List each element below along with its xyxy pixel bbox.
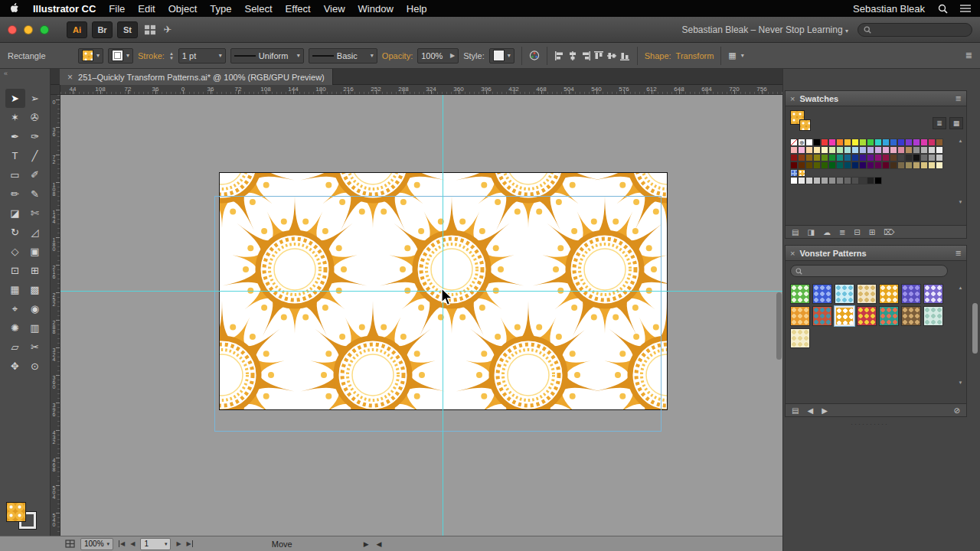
swatch[interactable] — [851, 139, 859, 146]
pattern-swatch-preview-small[interactable] — [799, 119, 811, 131]
swatch[interactable] — [821, 146, 828, 154]
vertical-ruler[interactable]: 0367210814418021625228832436039643246850… — [51, 95, 60, 536]
hand-tool[interactable]: ✥ — [5, 357, 25, 376]
swatch[interactable] — [844, 161, 851, 169]
fill-proxy[interactable] — [6, 502, 26, 522]
swatch[interactable] — [859, 154, 867, 161]
swatch[interactable] — [897, 146, 905, 154]
swatch[interactable] — [890, 139, 897, 146]
swatch[interactable] — [798, 146, 805, 154]
menu-edit[interactable]: Edit — [138, 3, 155, 15]
swatch[interactable] — [897, 139, 905, 146]
swatch[interactable] — [813, 139, 821, 146]
zoom-tool[interactable]: ⊙ — [25, 357, 45, 376]
spotlight-search-icon[interactable] — [937, 3, 948, 14]
menu-select[interactable]: Select — [244, 3, 272, 15]
swatch[interactable] — [790, 154, 798, 161]
close-panel-icon[interactable]: × — [790, 249, 795, 258]
pattern-swatch-red-triangles[interactable] — [857, 306, 877, 326]
app-name[interactable]: Illustrator CC — [33, 3, 96, 15]
swatch-none[interactable] — [790, 139, 798, 146]
swatch[interactable] — [874, 139, 882, 146]
first-artboard-icon[interactable]: ◀ — [119, 540, 125, 547]
lasso-tool[interactable]: ✇ — [25, 108, 45, 127]
panel-title[interactable]: Swatches — [799, 94, 838, 103]
pattern-swatch-orange-floral[interactable] — [790, 306, 810, 326]
badge-ai[interactable]: Ai — [67, 21, 87, 38]
opacity-combo[interactable]: 100% ▶ — [417, 48, 459, 64]
swatch[interactable] — [805, 161, 813, 169]
swatch[interactable] — [936, 146, 943, 154]
horizontal-ruler[interactable]: 4410872360367210814418021625228832436039… — [60, 85, 782, 95]
ruler-corner[interactable] — [51, 85, 60, 95]
swatch[interactable] — [874, 161, 882, 169]
swatch[interactable] — [798, 161, 805, 169]
menu-object[interactable]: Object — [168, 3, 198, 15]
close-window-button[interactable] — [8, 25, 17, 34]
swatch[interactable] — [828, 154, 836, 161]
scroll-down-icon[interactable]: ▼ — [959, 200, 963, 204]
swatch[interactable] — [859, 146, 867, 154]
mesh-tool[interactable]: ▦ — [5, 280, 25, 299]
swatch[interactable] — [859, 177, 867, 184]
swatch[interactable] — [813, 146, 821, 154]
break-link-icon[interactable]: ⊘ — [954, 406, 960, 415]
grid-view-icon[interactable]: ▦ — [949, 117, 963, 129]
swatch[interactable] — [836, 146, 844, 154]
stroke-weight-combo[interactable]: 1 pt ▾ — [178, 48, 226, 64]
swatch[interactable] — [867, 146, 874, 154]
swatch[interactable] — [813, 161, 821, 169]
swatch[interactable] — [882, 161, 890, 169]
panel-title[interactable]: Vonster Patterns — [799, 249, 866, 258]
libraries-icon[interactable]: ▤ — [792, 406, 799, 415]
opacity-label[interactable]: Opacity: — [382, 51, 413, 60]
list-view-icon[interactable]: ≣ — [933, 117, 946, 129]
swatch[interactable] — [805, 139, 813, 146]
zoom-window-button[interactable] — [40, 25, 49, 34]
share-icon[interactable]: ✈ — [162, 24, 173, 35]
stroke-weight-stepper[interactable]: ▲ ▼ — [169, 51, 174, 60]
blend-tool[interactable]: ◉ — [25, 299, 45, 318]
menubar-user-name[interactable]: Sebastian Bleak — [853, 3, 925, 15]
swatch[interactable] — [813, 154, 821, 161]
swatch[interactable] — [897, 154, 905, 161]
workspace-switcher[interactable]: Sebastian Bleak – Never Stop Learning ▾ — [682, 24, 849, 35]
swatch[interactable] — [936, 139, 943, 146]
document-tab[interactable]: × 251–Quickly Transform Patterns.ai* @ 1… — [60, 69, 333, 85]
swatch[interactable] — [913, 146, 920, 154]
swatch[interactable] — [821, 177, 828, 184]
swatch[interactable] — [821, 139, 828, 146]
swatch[interactable] — [844, 139, 851, 146]
minimize-window-button[interactable] — [24, 25, 33, 34]
selection-bounding-box[interactable] — [214, 196, 662, 432]
swatch[interactable] — [928, 161, 936, 169]
recolor-artwork-icon[interactable] — [529, 51, 540, 61]
swatch[interactable] — [821, 154, 828, 161]
align-left-icon[interactable] — [554, 51, 565, 61]
cloud-icon[interactable]: ☁ — [823, 228, 831, 236]
scale-tool[interactable]: ◿ — [25, 223, 45, 242]
next-artboard-icon[interactable]: ▶ — [176, 540, 181, 547]
menu-window[interactable]: Window — [358, 3, 394, 15]
curvature-tool[interactable]: ✑ — [25, 127, 45, 146]
scroll-up-icon[interactable]: ▲ — [959, 285, 963, 290]
paintbrush-tool[interactable]: ✐ — [25, 165, 45, 184]
close-document-icon[interactable]: × — [67, 72, 73, 83]
collapse-tools-icon[interactable]: « — [0, 69, 50, 78]
notification-center-icon[interactable] — [960, 3, 971, 14]
dock-scrollbar[interactable] — [972, 303, 978, 354]
stepper-down-icon[interactable]: ▼ — [169, 56, 174, 60]
swatch[interactable] — [920, 154, 928, 161]
type-tool[interactable]: T — [5, 146, 25, 165]
swatch[interactable] — [867, 177, 874, 184]
align-right-icon[interactable] — [580, 51, 591, 61]
width-tool[interactable]: ◇ — [5, 242, 25, 261]
line-segment-tool[interactable]: ╱ — [25, 146, 45, 165]
scroll-up-icon[interactable]: ▲ — [959, 139, 963, 143]
scroll-down-icon[interactable]: ▼ — [959, 380, 963, 385]
statusbar-back-icon[interactable]: ◀ — [377, 540, 382, 548]
swatch[interactable] — [882, 154, 890, 161]
rotate-tool[interactable]: ↻ — [5, 223, 25, 242]
app-search-input[interactable] — [858, 23, 972, 37]
swatch-pattern-blue[interactable] — [790, 169, 798, 177]
